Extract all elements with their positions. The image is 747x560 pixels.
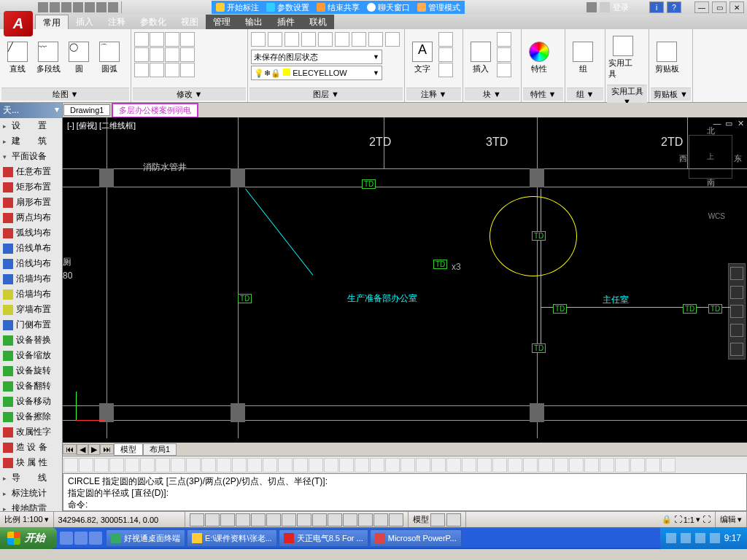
palette-item[interactable]: ▸导 线 bbox=[0, 470, 62, 486]
status-edit[interactable]: 编辑▾ bbox=[716, 512, 747, 527]
status-annoscale[interactable]: 🔒 ⛶ 1:1▾ ⛶ bbox=[657, 512, 716, 527]
quick-launch-icon[interactable] bbox=[89, 532, 102, 545]
ducs-toggle[interactable] bbox=[297, 513, 311, 526]
tool-icon[interactable] bbox=[584, 458, 599, 472]
group-button[interactable]: 组 bbox=[568, 32, 597, 83]
tool-icon[interactable] bbox=[278, 458, 293, 472]
status-scale[interactable]: 比例 1:100▾ bbox=[0, 512, 54, 527]
mirror-icon[interactable] bbox=[150, 47, 164, 62]
taskbar-task[interactable]: E:\课件资料\张老... bbox=[187, 529, 277, 547]
tool-icon[interactable] bbox=[416, 458, 430, 472]
ribbon-tab-annotate[interactable]: 注释 bbox=[101, 15, 133, 29]
tab-nav-last[interactable]: ⏭ bbox=[100, 444, 114, 454]
panel-title-group[interactable]: 组 ▼ bbox=[567, 88, 603, 101]
open-icon[interactable] bbox=[50, 2, 60, 12]
offset-icon[interactable] bbox=[180, 63, 195, 77]
tool-icon[interactable] bbox=[646, 458, 660, 472]
taskbar-task[interactable]: Microsoft PowerP... bbox=[370, 529, 462, 547]
palette-item[interactable]: 设备擦除 bbox=[0, 409, 62, 424]
tool-icon[interactable] bbox=[171, 458, 185, 472]
app-logo[interactable]: A bbox=[4, 11, 33, 36]
palette-item[interactable]: 两点均布 bbox=[0, 210, 62, 225]
palette-item[interactable]: 块 属 性 bbox=[0, 455, 62, 470]
tray-icon[interactable] bbox=[695, 533, 705, 543]
info-icon[interactable]: i bbox=[649, 1, 664, 13]
model-tab[interactable]: 模型 bbox=[114, 443, 143, 456]
ribbon-tab-insert[interactable]: 插入 bbox=[69, 15, 101, 29]
help-icon[interactable]: ? bbox=[667, 1, 681, 13]
panel-title-modify[interactable]: 修改 ▼ bbox=[133, 88, 246, 101]
tool-icon[interactable] bbox=[263, 458, 277, 472]
erase-icon[interactable] bbox=[180, 32, 195, 47]
copy-icon[interactable] bbox=[134, 47, 149, 62]
tool-icon[interactable] bbox=[615, 458, 630, 472]
qp-toggle[interactable] bbox=[358, 513, 373, 526]
redo-icon[interactable] bbox=[108, 2, 118, 12]
array-icon[interactable] bbox=[165, 63, 179, 77]
start-button[interactable]: 开始 bbox=[0, 527, 57, 549]
clock[interactable]: 9:17 bbox=[724, 533, 741, 543]
tool-icon[interactable] bbox=[309, 458, 323, 472]
tool-icon[interactable] bbox=[217, 458, 231, 472]
maximize-button[interactable]: ▭ bbox=[712, 1, 727, 13]
palette-item[interactable]: 设备移动 bbox=[0, 394, 62, 409]
tool-icon[interactable] bbox=[477, 458, 492, 472]
tab-nav-first[interactable]: ⏮ bbox=[63, 444, 77, 454]
user-icon[interactable] bbox=[600, 2, 610, 12]
ribbon-tab-output[interactable]: 输出 bbox=[238, 15, 270, 29]
stretch-icon[interactable] bbox=[134, 63, 149, 77]
text-button[interactable]: A文字 bbox=[408, 32, 437, 83]
quick-launch-icon[interactable] bbox=[60, 532, 73, 545]
palette-item[interactable]: 弧线均布 bbox=[0, 225, 62, 241]
circle-button[interactable]: ◯圆 bbox=[64, 32, 93, 83]
layout-tab[interactable]: 布局1 bbox=[143, 443, 177, 456]
insert-button[interactable]: 插入 bbox=[466, 32, 495, 83]
rotate-icon[interactable] bbox=[150, 32, 164, 47]
ortho-toggle[interactable] bbox=[220, 513, 235, 526]
close-button[interactable]: ✕ bbox=[729, 1, 744, 13]
lwt-toggle[interactable] bbox=[328, 513, 342, 526]
scale-icon[interactable] bbox=[150, 63, 164, 77]
ribbon-tab-view[interactable]: 视图 bbox=[174, 15, 206, 29]
otrack-toggle[interactable] bbox=[282, 513, 296, 526]
tool-icon[interactable] bbox=[446, 458, 461, 472]
panel-title-anno[interactable]: 注释 ▼ bbox=[406, 88, 461, 101]
drawing-canvas[interactable]: [-] [俯视] [二维线框] — ▭ ✕ 上 北 南 东 西 WCS bbox=[63, 117, 747, 443]
status-model[interactable]: 模型 bbox=[409, 512, 466, 527]
panel-title-props[interactable]: 特性 ▼ bbox=[523, 88, 563, 101]
dyn-toggle[interactable] bbox=[312, 513, 327, 526]
3dosnap-toggle[interactable] bbox=[266, 513, 281, 526]
tool-icon[interactable] bbox=[186, 458, 201, 472]
tool-icon[interactable] bbox=[94, 458, 109, 472]
snap-toggle[interactable] bbox=[190, 513, 204, 526]
panel-title-clip[interactable]: 剪贴板 ▼ bbox=[651, 88, 691, 101]
polar-toggle[interactable] bbox=[236, 513, 250, 526]
ribbon-tab-parametric[interactable]: 参数化 bbox=[133, 15, 174, 29]
palette-item[interactable]: 沿线单布 bbox=[0, 241, 62, 256]
tool-icon[interactable] bbox=[79, 458, 93, 472]
panel-title-draw[interactable]: 绘图 ▼ bbox=[1, 88, 129, 101]
minimize-button[interactable]: — bbox=[694, 1, 709, 13]
arc-button[interactable]: ⌒圆弧 bbox=[95, 32, 124, 83]
palette-item[interactable]: 设备翻转 bbox=[0, 378, 62, 394]
tool-icon[interactable] bbox=[109, 458, 124, 472]
palette-item[interactable]: 设备旋转 bbox=[0, 363, 62, 378]
palette-item[interactable]: 设备缩放 bbox=[0, 348, 62, 363]
properties-button[interactable]: 特性 bbox=[525, 32, 554, 83]
tool-icon[interactable] bbox=[155, 458, 170, 472]
tool-icon[interactable] bbox=[355, 458, 369, 472]
ribbon-tab-common[interactable]: 常用 bbox=[35, 15, 69, 29]
tool-icon[interactable] bbox=[232, 458, 247, 472]
sc-toggle[interactable] bbox=[374, 513, 388, 526]
taskbar-task[interactable]: 好视通桌面终端 bbox=[106, 529, 185, 547]
tool-icon[interactable] bbox=[140, 458, 155, 472]
line-button[interactable]: ╱直线 bbox=[3, 32, 32, 83]
tool-icon[interactable] bbox=[492, 458, 507, 472]
layer-current-combo[interactable]: 💡❄🔒 ELECYELLOW▼ bbox=[251, 66, 382, 80]
palette-item[interactable]: 改属性字 bbox=[0, 424, 62, 440]
tool-icon[interactable] bbox=[600, 458, 614, 472]
tool-icon[interactable] bbox=[661, 458, 676, 472]
tray-icon[interactable] bbox=[681, 533, 691, 543]
tool-icon[interactable] bbox=[385, 458, 400, 472]
palette-item[interactable]: 沿墙均布 bbox=[0, 271, 62, 287]
